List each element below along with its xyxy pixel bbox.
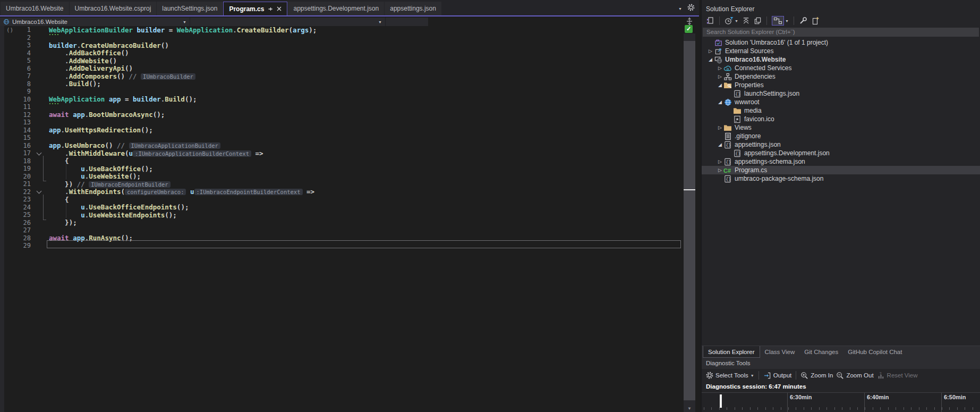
scrollbar-thumb[interactable] <box>684 41 695 400</box>
project-dropdown[interactable]: Umbraco16.Website ▼ <box>0 18 190 26</box>
code-line-1[interactable]: ()1WebApplicationBuilder builder = WebAp… <box>0 26 681 34</box>
document-tab-appsettings-development-json[interactable]: appsettings.Development.json <box>288 2 384 15</box>
search-input[interactable]: Search Solution Explorer (Ctrl+¨) <box>703 28 979 37</box>
filter-history-button[interactable]: ▼ <box>725 16 738 25</box>
code-line-11[interactable]: 11 <box>0 103 681 111</box>
member-dropdown[interactable] <box>386 18 428 26</box>
select-tools-button[interactable]: Select Tools▼ <box>706 372 754 379</box>
tab-options-gear-icon[interactable] <box>687 4 695 13</box>
zoom-out-button[interactable]: Zoom Out <box>836 372 873 380</box>
expand-arrow-icon[interactable]: ▷ <box>707 48 714 54</box>
code-line-16[interactable]: 16app.UseUmbraco() // IUmbracoApplicatio… <box>0 142 681 150</box>
tree-item-solution-umbraco16-1-of-1-project-[interactable]: Solution 'Umbraco16' (1 of 1 project) <box>702 38 980 47</box>
code-analysis-status-icon[interactable]: ✓ <box>685 25 693 33</box>
tree-item-media[interactable]: media <box>702 106 980 115</box>
timeline-tick <box>888 407 889 410</box>
code-line-13[interactable]: 13 <box>0 119 681 127</box>
tool-tab-git-changes[interactable]: Git Changes <box>799 346 843 358</box>
dropdown-chevron-icon[interactable]: ▼ <box>735 19 738 23</box>
expand-arrow-icon[interactable]: ▷ <box>717 167 723 173</box>
code-line-25[interactable]: 25 u.UseWebsiteEndpoints(); <box>0 211 681 219</box>
tree-item-dependencies[interactable]: ▷Dependencies <box>702 72 980 81</box>
splitter-icon[interactable] <box>685 18 694 25</box>
code-line-9[interactable]: 9 <box>0 88 681 96</box>
collapse-arrow-icon[interactable]: ◢ <box>717 99 723 105</box>
code-line-17[interactable]: 17 .WithMiddleware(u:IUmbracoApplication… <box>0 149 681 157</box>
dropdown-chevron-icon[interactable]: ▼ <box>785 19 789 23</box>
code-line-23[interactable]: 23 { <box>0 196 681 204</box>
tree-item--gitignore[interactable]: .gitignore <box>702 132 980 140</box>
tree-item-wwwroot[interactable]: ◢wwwroot <box>702 98 980 106</box>
tree-item-launchsettings-json[interactable]: {}launchSettings.json <box>702 89 980 98</box>
code-line-3[interactable]: 3builder.CreateUmbracoBuilder() <box>0 41 681 49</box>
output-button[interactable]: Output <box>763 372 792 380</box>
tree-item-external-sources[interactable]: ▷External Sources <box>702 47 980 55</box>
tree-item-connected-services[interactable]: ▷Connected Services <box>702 64 980 72</box>
tree-item-appsettings-schema-json[interactable]: ▷{}appsettings-schema.json <box>702 157 980 166</box>
code-line-5[interactable]: 5 .AddWebsite() <box>0 57 681 65</box>
code-line-22[interactable]: 22 .WithEndpoints(configureUmbraco: u:IU… <box>0 188 681 196</box>
copy-item-button[interactable] <box>754 17 762 25</box>
code-line-27[interactable]: 27 <box>0 226 681 234</box>
code-line-20[interactable]: 20 u.UseWebsite(); <box>0 173 681 181</box>
tool-tab-class-view[interactable]: Class View <box>760 346 800 358</box>
collapse-arrow-icon[interactable]: ◢ <box>707 57 714 62</box>
document-tab-launchsettings-json[interactable]: launchSettings.json <box>157 2 223 15</box>
code-line-26[interactable]: 26 }); <box>0 219 681 227</box>
tree-item-program-cs[interactable]: ▷C#Program.cs <box>702 166 980 174</box>
code-line-2[interactable]: 2 <box>0 34 681 42</box>
wrench-button[interactable] <box>799 16 807 25</box>
expand-arrow-icon[interactable]: ▷ <box>717 125 723 130</box>
code-line-14[interactable]: 14app.UseHttpsRedirection(); <box>0 127 681 134</box>
expand-arrow-icon[interactable]: ▷ <box>717 65 723 71</box>
diagnostics-timeline[interactable]: 6:30min6:40min6:50min <box>702 392 980 412</box>
code-line-18[interactable]: 18 { <box>0 157 681 165</box>
tool-tab-solution-explorer[interactable]: Solution Explorer <box>703 346 760 358</box>
timeline-playhead[interactable] <box>720 394 722 408</box>
tool-tab-github-copilot-chat[interactable]: GitHub Copilot Chat <box>843 346 907 358</box>
document-tab-umbraco16-website-csproj[interactable]: Umbraco16.Website.csproj <box>70 2 157 15</box>
type-dropdown[interactable]: ▼ <box>190 18 386 26</box>
tree-item-properties[interactable]: ◢Properties <box>702 81 980 89</box>
preview-doc-button[interactable] <box>811 16 820 25</box>
tree-item-favicon-ico[interactable]: favicon.ico <box>702 115 980 123</box>
tree-item-umbraco-package-schema-json[interactable]: {}umbraco-package-schema.json <box>702 174 980 183</box>
code-line-24[interactable]: 24 u.UseBackOfficeEndpoints(); <box>0 204 681 212</box>
tree-item-appsettings-development-json[interactable]: {}appsettings.Development.json <box>702 149 980 157</box>
switch-views-button[interactable] <box>706 16 714 25</box>
expand-arrow-icon[interactable]: ▷ <box>717 74 723 79</box>
code-line-21[interactable]: 21 }) // IUmbracoEndpointBuilder <box>0 180 681 188</box>
code-line-15[interactable]: 15 <box>0 134 681 142</box>
code-editor[interactable]: ()1WebApplicationBuilder builder = WebAp… <box>0 26 681 250</box>
expand-arrow-icon[interactable]: ▷ <box>717 159 723 164</box>
track-active-button[interactable]: ▼ <box>772 16 789 26</box>
timeline-tick <box>804 407 804 410</box>
svg-text:{}: {} <box>726 159 731 164</box>
document-tab-appsettings-json[interactable]: appsettings.json <box>385 2 441 15</box>
tree-item-appsettings-json[interactable]: ◢{}appsettings.json <box>702 140 980 149</box>
document-tab-program-cs[interactable]: Program.cs <box>223 2 287 15</box>
pin-icon[interactable] <box>268 6 273 12</box>
collapse-all-button[interactable] <box>742 17 750 25</box>
code-line-6[interactable]: 6 .AddDeliveryApi() <box>0 65 681 73</box>
document-tab-umbraco16-website[interactable]: Umbraco16.Website <box>1 2 69 15</box>
track-active-toggle[interactable] <box>772 16 784 26</box>
code-line-7[interactable]: 7 .AddComposers() // IUmbracoBuilder <box>0 72 681 80</box>
tree-item-umbraco16-website[interactable]: ◢Umbraco16.Website <box>702 55 980 64</box>
scroll-down-arrow-icon[interactable]: ▼ <box>684 406 695 411</box>
code-line-10[interactable]: 10WebApplication app = builder.Build(); <box>0 96 681 104</box>
line-number: 19 <box>18 165 31 172</box>
code-line-19[interactable]: 19 u.UseBackOffice(); <box>0 165 681 173</box>
collapse-arrow-icon[interactable]: ◢ <box>717 142 723 147</box>
svg-text:?: ? <box>879 372 881 375</box>
code-line-4[interactable]: 4 .AddBackOffice() <box>0 49 681 57</box>
code-line-12[interactable]: 12await app.BootUmbracoAsync(); <box>0 111 681 119</box>
zoom-in-button[interactable]: Zoom In <box>800 372 833 380</box>
gear-icon[interactable] <box>687 4 695 11</box>
collapse-arrow-icon[interactable]: ◢ <box>717 82 723 88</box>
close-icon[interactable] <box>277 6 282 11</box>
editor-scrollbar[interactable]: ✓ ▲ ▼ <box>682 18 697 412</box>
tree-item-views[interactable]: ▷Views <box>702 123 980 132</box>
code-line-8[interactable]: 8 .Build(); <box>0 80 681 88</box>
document-list-chevron-icon[interactable]: ▼ <box>678 7 682 11</box>
